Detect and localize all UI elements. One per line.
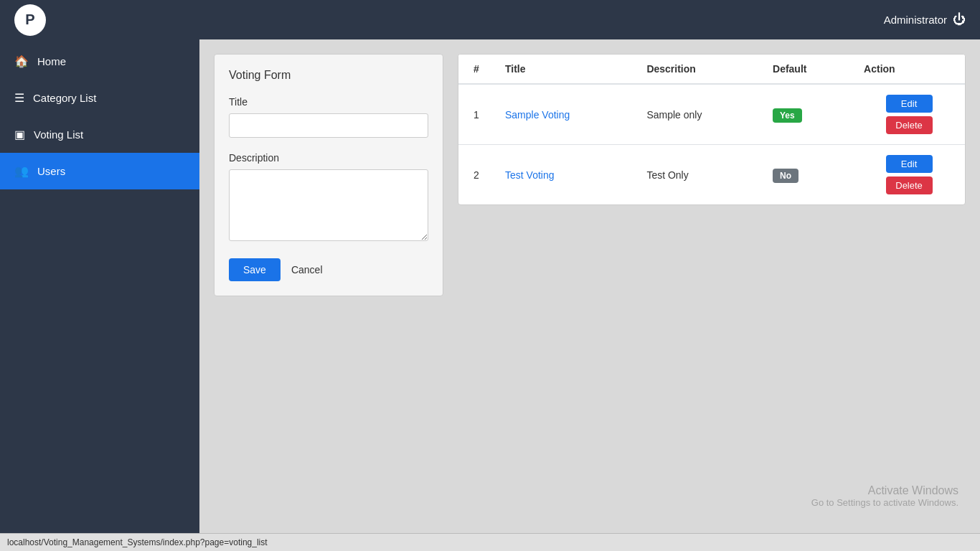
cell-default: No [762, 145, 853, 205]
cell-num: 1 [458, 84, 494, 145]
cell-num: 2 [458, 145, 494, 205]
form-actions: Save Cancel [229, 258, 428, 281]
content-area: Voting Form Title Description Save Cance… [199, 39, 980, 533]
brand-initial: P [25, 11, 34, 28]
sidebar-item-category-list[interactable]: ☰ Category List [0, 80, 199, 116]
col-num: # [458, 55, 494, 84]
description-input[interactable] [229, 169, 428, 241]
voting-table: # Title Descrition Default Action 1 Samp… [458, 55, 965, 204]
status-url: localhost/Voting_Management_Systems/inde… [7, 537, 268, 547]
title-label: Title [229, 96, 428, 108]
users-icon: 👥 [14, 164, 29, 178]
voting-form-panel: Voting Form Title Description Save Cance… [214, 54, 443, 296]
edit-button[interactable]: Edit [886, 95, 933, 113]
sidebar-item-voting-list[interactable]: ▣ Voting List [0, 116, 199, 153]
table-row: 2 Test Voting Test Only No Edit Delete [458, 145, 965, 205]
sidebar-label-users: Users [37, 165, 65, 177]
sidebar: 🏠 Home ☰ Category List ▣ Voting List 👥 U… [0, 39, 199, 533]
cancel-button[interactable]: Cancel [291, 264, 323, 276]
sidebar-item-home[interactable]: 🏠 Home [0, 43, 199, 80]
user-info: Administrator ⏻ [884, 12, 966, 27]
form-title: Voting Form [229, 69, 428, 82]
title-link[interactable]: Sample Voting [505, 109, 570, 121]
sidebar-label-home: Home [37, 55, 66, 67]
brand-logo: P [14, 4, 46, 36]
col-title: Title [494, 55, 636, 84]
home-icon: 🏠 [14, 55, 29, 68]
action-cell: Edit Delete [864, 95, 954, 134]
list-icon: ☰ [14, 91, 24, 105]
cell-description: Sample only [636, 84, 762, 145]
default-badge: No [773, 169, 798, 183]
cell-action: Edit Delete [853, 84, 965, 145]
sidebar-label-voting-list: Voting List [34, 128, 83, 141]
col-default: Default [762, 55, 853, 84]
action-cell: Edit Delete [864, 155, 954, 194]
description-label: Description [229, 152, 428, 164]
voting-table-panel: # Title Descrition Default Action 1 Samp… [458, 54, 966, 205]
cell-action: Edit Delete [853, 145, 965, 205]
cell-title: Sample Voting [494, 84, 636, 145]
status-bar: localhost/Voting_Management_Systems/inde… [0, 533, 980, 551]
cell-description: Test Only [636, 145, 762, 205]
save-button[interactable]: Save [229, 258, 281, 281]
user-label: Administrator [884, 14, 947, 26]
default-badge: Yes [773, 108, 802, 123]
col-action: Action [853, 55, 965, 84]
title-link[interactable]: Test Voting [505, 169, 555, 181]
delete-button[interactable]: Delete [886, 176, 933, 194]
voting-icon: ▣ [14, 128, 25, 141]
navbar: P Administrator ⏻ [0, 0, 980, 39]
cell-title: Test Voting [494, 145, 636, 205]
table-header-row: # Title Descrition Default Action [458, 55, 965, 84]
power-icon[interactable]: ⏻ [953, 12, 966, 27]
sidebar-label-category-list: Category List [33, 92, 96, 104]
main-layout: 🏠 Home ☰ Category List ▣ Voting List 👥 U… [0, 39, 980, 533]
cell-default: Yes [762, 84, 853, 145]
delete-button[interactable]: Delete [886, 116, 933, 134]
description-form-group: Description [229, 152, 428, 244]
table-row: 1 Sample Voting Sample only Yes Edit Del… [458, 84, 965, 145]
title-input[interactable] [229, 113, 428, 138]
title-form-group: Title [229, 96, 428, 138]
col-description: Descrition [636, 55, 762, 84]
edit-button[interactable]: Edit [886, 155, 933, 173]
sidebar-item-users[interactable]: 👥 Users [0, 153, 199, 189]
